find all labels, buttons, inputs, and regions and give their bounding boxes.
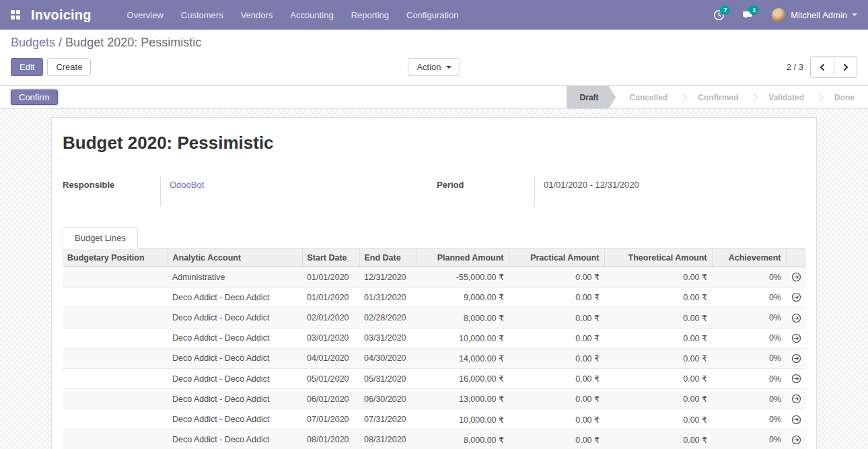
nav-menu: OverviewCustomersVendorsAccountingReport… [118, 0, 468, 30]
column-header-end-date[interactable]: End Date [359, 249, 417, 267]
cell: 0% [712, 348, 786, 368]
table-row[interactable]: Deco Addict - Deco Addict04/01/202004/30… [63, 348, 806, 368]
cell-open-record[interactable] [786, 348, 806, 368]
cell-open-record[interactable] [786, 267, 806, 287]
nav-item-overview[interactable]: Overview [118, 0, 172, 30]
nav-item-customers[interactable]: Customers [172, 0, 232, 30]
chevron-left-icon [819, 63, 826, 71]
edit-button[interactable]: Edit [11, 58, 43, 76]
create-button[interactable]: Create [47, 58, 91, 76]
nav-item-accounting[interactable]: Accounting [281, 0, 342, 30]
field-label-responsible: Responsible [63, 176, 160, 206]
field-label-period: Period [437, 176, 534, 206]
stage-done[interactable]: Done [821, 86, 868, 108]
cell: 0.00 ₹ [604, 348, 712, 368]
open-record-icon [791, 333, 801, 343]
pager-previous-button[interactable] [811, 57, 834, 77]
tab-budget-lines[interactable]: Budget Lines [63, 227, 138, 249]
cell [63, 369, 168, 389]
cell: 0.00 ₹ [604, 409, 712, 429]
cell: 04/01/2020 [302, 348, 359, 368]
table-row[interactable]: Deco Addict - Deco Addict01/01/202001/31… [63, 287, 806, 308]
cell-open-record[interactable] [786, 409, 806, 429]
cell-open-record[interactable] [786, 389, 806, 409]
nav-item-reporting[interactable]: Reporting [342, 0, 398, 30]
message-count-badge: 1 [749, 5, 759, 15]
table-header: Budgetary PositionAnalytic AccountStart … [63, 249, 806, 267]
table-row[interactable]: Administrative01/01/202012/31/2020-55,00… [63, 267, 806, 287]
cell: 01/01/2020 [302, 267, 359, 287]
cell-open-record[interactable] [786, 328, 806, 348]
open-record-icon [791, 292, 801, 302]
cell: 01/01/2020 [302, 287, 359, 308]
record-title: Budget 2020: Pessimistic [63, 133, 805, 153]
apps-grid-icon [11, 10, 20, 20]
breadcrumb-parent-link[interactable]: Budgets [11, 36, 55, 49]
cell: Deco Addict - Deco Addict [168, 409, 302, 429]
cell-open-record[interactable] [786, 287, 806, 308]
cell: Deco Addict - Deco Addict [168, 308, 302, 328]
cell: Deco Addict - Deco Addict [168, 389, 302, 409]
cell: Deco Addict - Deco Addict [168, 369, 302, 389]
user-menu[interactable]: Mitchell Admin [772, 8, 857, 22]
stage-list: DraftCancelledConfirmedValidatedDone [567, 86, 868, 108]
column-header-analytic-account[interactable]: Analytic Account [168, 249, 302, 267]
pager-next-button[interactable] [834, 57, 857, 77]
confirm-button[interactable]: Confirm [11, 90, 58, 105]
nav-item-vendors[interactable]: Vendors [232, 0, 282, 30]
cell: 0.00 ₹ [509, 328, 604, 348]
action-dropdown-button[interactable]: Action [408, 58, 460, 76]
stage-cancelled[interactable]: Cancelled [616, 86, 682, 108]
open-record-icon [791, 415, 801, 425]
user-avatar [772, 8, 786, 22]
notebook-tabs: Budget Lines [63, 226, 805, 249]
cell: 04/30/2020 [359, 348, 417, 368]
stage-confirmed[interactable]: Confirmed [684, 86, 752, 108]
field-group: Responsible OdooBot Period 01/01/2020 - … [63, 176, 805, 206]
form-sheet: Budget 2020: Pessimistic Responsible Odo… [51, 117, 817, 449]
pager [810, 56, 857, 78]
apps-menu-button[interactable] [0, 0, 31, 30]
column-header-achievement[interactable]: Achievement [712, 249, 786, 267]
column-header-start-date[interactable]: Start Date [302, 249, 359, 267]
cell: 10,000.00 ₹ [417, 409, 509, 429]
table-row[interactable]: Deco Addict - Deco Addict05/01/202005/31… [63, 369, 806, 389]
responsible-value-link[interactable]: OdooBot [170, 180, 204, 190]
table-row[interactable]: Deco Addict - Deco Addict08/01/202008/31… [63, 429, 806, 449]
table-row[interactable]: Deco Addict - Deco Addict02/01/202002/28… [63, 308, 806, 328]
app-brand[interactable]: Invoicing [31, 7, 92, 23]
activity-count-badge: 7 [720, 5, 730, 15]
cell: Administrative [168, 267, 302, 287]
cell: 0% [712, 308, 786, 328]
stage-validated[interactable]: Validated [755, 86, 818, 108]
top-navbar: Invoicing OverviewCustomersVendorsAccoun… [0, 0, 868, 30]
messages-button[interactable]: 1 [742, 9, 754, 21]
column-header-link[interactable] [786, 249, 806, 267]
column-header-practical-amount[interactable]: Practical Amount [509, 249, 604, 267]
action-label: Action [417, 62, 441, 72]
column-header-theoretical-amount[interactable]: Theoretical Amount [604, 249, 712, 267]
cell [63, 328, 168, 348]
budget-lines-table: Budgetary PositionAnalytic AccountStart … [63, 249, 806, 449]
stage-draft[interactable]: Draft [567, 86, 616, 108]
table-row[interactable]: Deco Addict - Deco Addict07/01/202007/31… [63, 409, 806, 429]
table-row[interactable]: Deco Addict - Deco Addict06/01/202006/30… [63, 389, 806, 409]
cell-open-record[interactable] [786, 369, 806, 389]
table-row[interactable]: Deco Addict - Deco Addict03/01/202003/31… [63, 328, 806, 348]
activities-button[interactable]: 7 [713, 9, 725, 21]
cell-open-record[interactable] [786, 429, 806, 449]
form-view-background: Budget 2020: Pessimistic Responsible Odo… [0, 109, 868, 449]
cell [63, 409, 168, 429]
nav-item-configuration[interactable]: Configuration [398, 0, 467, 30]
chevron-down-icon [446, 66, 451, 69]
control-panel: Budgets / Budget 2020: Pessimistic Edit … [0, 30, 868, 85]
column-header-budgetary-position[interactable]: Budgetary Position [63, 249, 168, 267]
cell [63, 308, 168, 328]
cell: 9,000.00 ₹ [417, 287, 509, 308]
column-header-planned-amount[interactable]: Planned Amount [417, 249, 509, 267]
open-record-icon [791, 435, 801, 445]
cell-open-record[interactable] [786, 308, 806, 328]
open-record-icon [791, 313, 801, 323]
cell: 10,000.00 ₹ [417, 328, 509, 348]
cell: 0% [712, 328, 786, 348]
